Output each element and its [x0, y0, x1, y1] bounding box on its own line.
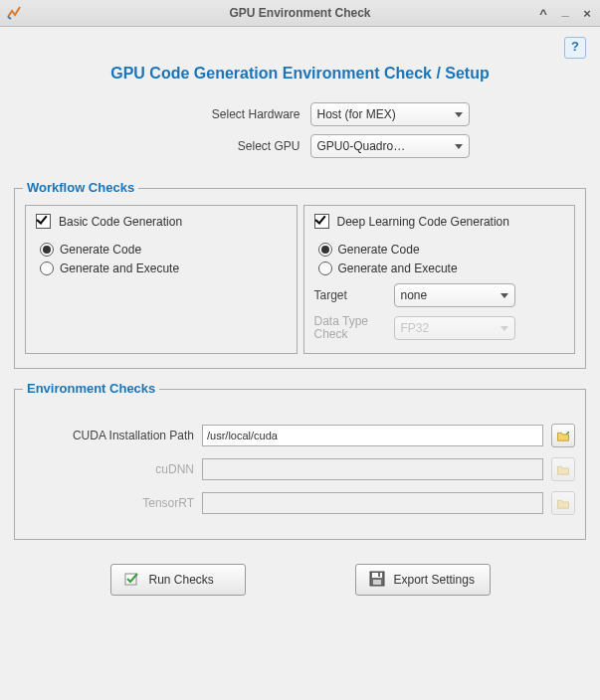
basic-generate-code-label: Generate Code [60, 243, 141, 257]
cuda-browse-button[interactable] [551, 424, 575, 447]
basic-generate-code-radio[interactable] [40, 243, 54, 257]
folder-icon [556, 431, 570, 441]
deep-panel: Deep Learning Code Generation Generate C… [303, 205, 576, 354]
svg-rect-3 [373, 580, 381, 585]
select-gpu-dropdown[interactable]: GPU0-Quadro… [310, 134, 470, 158]
dtype-value: FP32 [401, 321, 430, 335]
chevron-down-icon [500, 326, 508, 331]
export-settings-label: Export Settings [394, 573, 475, 587]
folder-icon [556, 498, 570, 509]
window-controls: ^ _ × [536, 6, 594, 21]
dtype-dropdown: FP32 [394, 316, 515, 340]
svg-rect-4 [378, 573, 380, 577]
minimize-other-icon[interactable]: ^ [536, 6, 550, 21]
deep-generate-code-label: Generate Code [338, 243, 420, 257]
chevron-down-icon [500, 293, 508, 298]
export-settings-button[interactable]: Export Settings [355, 564, 491, 596]
basic-generate-execute-label: Generate and Execute [60, 262, 179, 275]
dtype-label: Data Type Check [314, 315, 384, 341]
select-hardware-label: Select Hardware [131, 107, 300, 121]
target-dropdown[interactable]: none [394, 283, 515, 307]
run-checks-icon [123, 570, 141, 591]
cudnn-label: cuDNN [25, 462, 194, 476]
folder-icon [556, 464, 570, 475]
tensorrt-path-input [202, 492, 543, 514]
help-button[interactable]: ? [564, 37, 586, 59]
app-body: ? GPU Code Generation Environment Check … [0, 27, 600, 700]
deep-checkbox[interactable] [314, 214, 329, 229]
tensorrt-label: TensorRT [25, 496, 194, 510]
cuda-path-input[interactable] [202, 425, 543, 446]
environment-checks-legend: Environment Checks [23, 381, 159, 396]
close-icon[interactable]: × [580, 6, 594, 21]
select-gpu-row: Select GPU GPU0-Quadro… [14, 134, 586, 158]
basic-generate-execute-radio[interactable] [40, 262, 54, 275]
deep-generate-execute-radio[interactable] [318, 262, 332, 275]
workflow-checks-group: Workflow Checks Basic Code Generation Ge… [14, 188, 586, 369]
select-gpu-label: Select GPU [131, 139, 300, 153]
svg-rect-2 [372, 573, 382, 578]
chevron-down-icon [455, 112, 463, 117]
cuda-label: CUDA Installation Path [25, 429, 194, 442]
select-hardware-row: Select Hardware Host (for MEX) [14, 102, 586, 126]
workflow-checks-legend: Workflow Checks [23, 180, 138, 195]
titlebar: GPU Environment Check ^ _ × [0, 0, 600, 27]
window-title: GPU Environment Check [0, 6, 600, 20]
environment-checks-group: Environment Checks CUDA Installation Pat… [14, 389, 586, 540]
chevron-down-icon [455, 144, 463, 149]
basic-checkbox[interactable] [36, 214, 51, 229]
target-value: none [401, 288, 428, 302]
target-label: Target [314, 288, 384, 302]
select-hardware-dropdown[interactable]: Host (for MEX) [310, 102, 470, 126]
tensorrt-browse-button [551, 491, 575, 515]
deep-title: Deep Learning Code Generation [337, 215, 509, 229]
cudnn-browse-button [551, 457, 575, 481]
save-icon [368, 570, 386, 591]
deep-generate-execute-label: Generate and Execute [338, 262, 458, 275]
deep-generate-code-radio[interactable] [318, 243, 332, 257]
run-checks-label: Run Checks [149, 573, 214, 587]
minimize-icon[interactable]: _ [558, 3, 572, 18]
basic-title: Basic Code Generation [59, 215, 182, 229]
select-gpu-value: GPU0-Quadro… [317, 139, 406, 153]
run-checks-button[interactable]: Run Checks [110, 564, 246, 596]
select-hardware-value: Host (for MEX) [317, 107, 396, 121]
cudnn-path-input [202, 458, 543, 480]
page-title: GPU Code Generation Environment Check / … [14, 65, 586, 83]
basic-panel: Basic Code Generation Generate Code Gene… [25, 205, 298, 354]
